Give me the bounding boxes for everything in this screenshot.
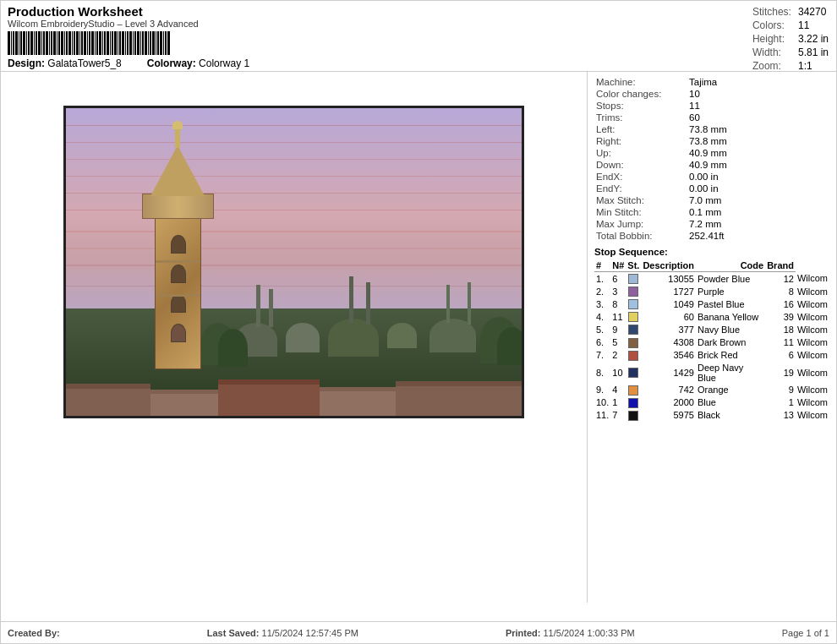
row-code: 11 — [765, 336, 796, 348]
stops-label: Stops: — [594, 100, 687, 112]
color-swatch — [628, 312, 638, 322]
color-swatch — [628, 398, 638, 408]
color-swatch-cell — [626, 297, 641, 310]
color-swatch-cell — [626, 396, 641, 409]
col-code: Code — [696, 259, 765, 272]
row-code: 13 — [765, 409, 796, 422]
color-swatch-cell — [626, 285, 641, 297]
footer: Created By: Last Saved: 11/5/2024 12:57:… — [1, 621, 836, 643]
right-panel: Machine: Tajima Color changes: 10 Stops:… — [587, 72, 836, 603]
row-num: 9. — [594, 384, 610, 396]
row-code: 6 — [765, 349, 796, 362]
color-swatch — [628, 368, 638, 378]
row-brand: Wilcom — [796, 349, 829, 362]
table-row: 7. 2 3546 Brick Red 6 Wilcom — [594, 349, 829, 362]
row-n: 2 — [610, 349, 626, 362]
row-desc: Brick Red — [696, 349, 765, 362]
design-value: GalataTower5_8 — [47, 57, 121, 69]
right-value: 73.8 mm — [687, 135, 829, 147]
row-desc: Purple — [696, 285, 765, 297]
stitches-value: 34270 — [796, 6, 831, 18]
embroidery-frame — [63, 106, 524, 418]
down-value: 40.9 mm — [687, 159, 829, 171]
tower-spire — [175, 127, 180, 148]
app-subtitle: Wilcom EmbroideryStudio – Level 3 Advanc… — [8, 19, 829, 29]
max-jump-label: Max Jump: — [594, 218, 687, 230]
color-swatch-cell — [626, 409, 641, 422]
tower-body — [155, 217, 201, 369]
col-desc: Description — [641, 259, 696, 272]
row-st: 4308 — [641, 336, 696, 348]
color-swatch — [628, 338, 638, 348]
col-brand: Brand — [765, 259, 796, 272]
max-jump-value: 7.2 mm — [687, 218, 829, 230]
stop-sequence-table: # N# St. Description Code Brand 1. 6 130… — [594, 259, 829, 422]
trims-value: 60 — [687, 112, 829, 123]
specs-table: Machine: Tajima Color changes: 10 Stops:… — [594, 76, 829, 242]
row-st: 1727 — [641, 285, 696, 297]
galata-tower — [142, 175, 214, 369]
row-code: 18 — [765, 323, 796, 336]
row-num: 3. — [594, 297, 610, 310]
stats-table: Stitches: 34270 Colors: 11 Height: 3.22 … — [748, 4, 833, 74]
stitches-label: Stitches: — [750, 6, 794, 18]
row-num: 10. — [594, 396, 610, 409]
row-desc: Deep Navy Blue — [696, 362, 765, 384]
zoom-label: Zoom: — [750, 60, 794, 72]
table-row: 8. 10 1429 Deep Navy Blue 19 Wilcom — [594, 362, 829, 384]
endx-value: 0.00 in — [687, 171, 829, 183]
row-num: 5. — [594, 323, 610, 336]
total-bobbin-label: Total Bobbin: — [594, 230, 687, 242]
color-swatch — [628, 325, 638, 335]
row-brand: Wilcom — [796, 297, 829, 310]
color-swatch — [628, 274, 638, 284]
row-num: 4. — [594, 310, 610, 323]
row-code: 19 — [765, 362, 796, 384]
color-swatch-cell — [626, 323, 641, 336]
color-swatch-cell — [626, 336, 641, 348]
width-value: 5.81 in — [796, 46, 831, 58]
row-num: 2. — [594, 285, 610, 297]
row-brand: Wilcom — [796, 384, 829, 396]
row-code: 1 — [765, 396, 796, 409]
row-desc: Banana Yellow — [696, 310, 765, 323]
row-desc: Navy Blue — [696, 323, 765, 336]
up-label: Up: — [594, 147, 687, 159]
row-brand: Wilcom — [796, 310, 829, 323]
row-n: 8 — [610, 297, 626, 310]
endy-value: 0.00 in — [687, 183, 829, 194]
colorway-value: Colorway 1 — [199, 57, 249, 69]
printed: Printed: 11/5/2024 1:00:33 PM — [506, 628, 635, 638]
page-title: Production Worksheet — [8, 4, 829, 19]
colors-value: 11 — [796, 19, 831, 31]
color-swatch — [628, 411, 638, 421]
design-label: Design: GalataTower5_8 — [8, 57, 122, 69]
stops-value: 11 — [687, 100, 829, 112]
height-value: 3.22 in — [796, 33, 831, 45]
color-swatch-cell — [626, 362, 641, 384]
zoom-value: 1:1 — [796, 60, 831, 72]
row-n: 10 — [610, 362, 626, 384]
row-n: 11 — [610, 310, 626, 323]
height-label: Height: — [750, 33, 794, 45]
width-label: Width: — [750, 46, 794, 58]
color-swatch-cell — [626, 384, 641, 396]
table-row: 4. 11 60 Banana Yellow 39 Wilcom — [594, 310, 829, 323]
row-num: 11. — [594, 409, 610, 422]
machine-label: Machine: — [594, 76, 687, 88]
row-desc: Orange — [696, 384, 765, 396]
row-st: 13055 — [641, 272, 696, 286]
row-num: 7. — [594, 349, 610, 362]
color-swatch-cell — [626, 310, 641, 323]
tower-cone — [150, 145, 205, 196]
foreground-rooftops — [66, 369, 522, 416]
last-saved: Last Saved: 11/5/2024 12:57:45 PM — [207, 628, 358, 638]
page-number: Page 1 of 1 — [782, 628, 829, 638]
row-st: 3546 — [641, 349, 696, 362]
row-st: 1049 — [641, 297, 696, 310]
row-brand: Wilcom — [796, 323, 829, 336]
col-st: St. — [626, 259, 641, 272]
color-swatch — [628, 385, 638, 396]
row-code: 39 — [765, 310, 796, 323]
row-brand: Wilcom — [796, 362, 829, 384]
